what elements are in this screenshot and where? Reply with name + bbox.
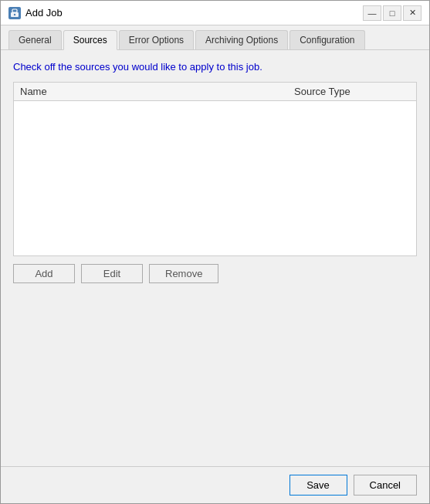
svg-rect-0 bbox=[12, 9, 17, 12]
table-header: Name Source Type bbox=[14, 83, 416, 101]
col-name-header: Name bbox=[20, 86, 294, 97]
cancel-button[interactable]: Cancel bbox=[354, 475, 417, 496]
window-controls: — □ ✕ bbox=[363, 5, 422, 21]
tab-archiving-options[interactable]: Archiving Options bbox=[195, 30, 288, 49]
title-bar: Add Job — □ ✕ bbox=[1, 1, 429, 25]
tab-error-options[interactable]: Error Options bbox=[119, 30, 194, 49]
col-source-header: Source Type bbox=[294, 86, 410, 97]
save-button[interactable]: Save bbox=[289, 475, 347, 496]
remove-button[interactable]: Remove bbox=[149, 264, 218, 283]
close-button[interactable]: ✕ bbox=[403, 5, 422, 21]
tab-bar: General Sources Error Options Archiving … bbox=[1, 25, 429, 50]
instruction-text: Check off the sources you would like to … bbox=[13, 61, 417, 73]
add-button[interactable]: Add bbox=[13, 264, 75, 283]
spacer bbox=[13, 283, 417, 456]
tab-general[interactable]: General bbox=[8, 30, 62, 49]
sources-table: Name Source Type bbox=[13, 82, 417, 256]
window-icon bbox=[8, 7, 21, 19]
edit-button[interactable]: Edit bbox=[81, 264, 143, 283]
table-body bbox=[14, 101, 416, 255]
window: Add Job — □ ✕ General Sources Error Opti… bbox=[0, 0, 430, 504]
maximize-button[interactable]: □ bbox=[383, 5, 401, 21]
tab-configuration[interactable]: Configuration bbox=[289, 30, 364, 49]
svg-point-2 bbox=[14, 13, 15, 15]
footer: Save Cancel bbox=[1, 466, 429, 503]
window-title: Add Job bbox=[25, 7, 363, 19]
tab-sources[interactable]: Sources bbox=[63, 30, 117, 50]
action-buttons: Add Edit Remove bbox=[13, 264, 417, 283]
tab-content: Check off the sources you would like to … bbox=[1, 50, 429, 466]
minimize-button[interactable]: — bbox=[363, 5, 381, 21]
